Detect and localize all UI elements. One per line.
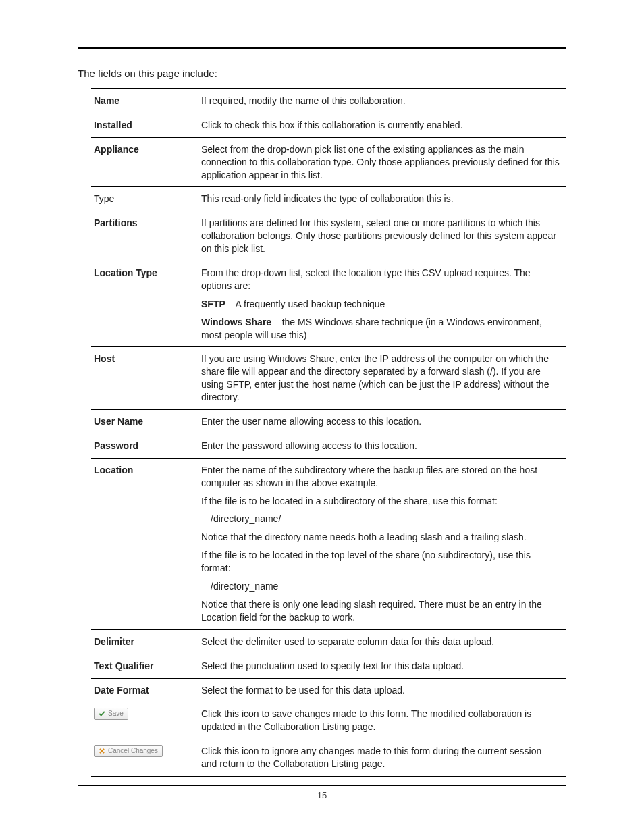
table-row: Password Enter the password allowing acc… (91, 434, 566, 458)
table-row: Date Format Select the format to be used… (91, 678, 566, 702)
table-row: Name If required, modify the name of thi… (91, 89, 566, 113)
field-desc: Select the delimiter used to separate co… (198, 629, 566, 654)
page-number: 15 (78, 790, 566, 800)
field-desc: If you are using Windows Share, enter th… (198, 347, 566, 410)
text: – A frequently used backup technique (225, 298, 385, 309)
table-row: Location Type From the drop-down list, s… (91, 261, 566, 347)
field-label: Installed (91, 113, 198, 137)
field-desc: Click this icon to save changes made to … (198, 702, 566, 739)
text: If the file is to be located in the top … (201, 549, 560, 575)
field-desc: If partitions are defined for this syste… (198, 211, 566, 261)
field-label: Type (91, 187, 198, 211)
field-desc: Enter the password allowing access to th… (198, 434, 566, 458)
fields-table: Name If required, modify the name of thi… (91, 88, 566, 777)
text: From the drop-down list, select the loca… (201, 267, 560, 292)
field-label: Partitions (91, 211, 198, 261)
btn-label: Save (108, 709, 124, 719)
field-desc: Click to check this box if this collabor… (198, 113, 566, 137)
check-icon (99, 710, 105, 717)
table-row: Save Click this icon to save changes mad… (91, 702, 566, 739)
cancel-button-image: Cancel Changes (94, 745, 163, 757)
top-rule (78, 47, 566, 49)
field-desc: Select the punctuation used to specify t… (198, 654, 566, 678)
field-label: Location Type (91, 261, 198, 347)
text: Enter the name of the subdirectory where… (201, 464, 560, 490)
table-row: Location Enter the name of the subdirect… (91, 458, 566, 629)
field-label: Name (91, 89, 198, 113)
table-row: Host If you are using Windows Share, ent… (91, 347, 566, 410)
table-row: Delimiter Select the delimiter used to s… (91, 629, 566, 654)
field-label: Location (91, 458, 198, 629)
footer: 15 (78, 785, 566, 800)
bold: Windows Share (201, 317, 271, 328)
field-label: Appliance (91, 137, 198, 187)
field-desc: Select the format to be used for this da… (198, 678, 566, 702)
text: Notice that there is only one leading sl… (201, 598, 560, 624)
text: Notice that the directory name needs bot… (201, 531, 560, 544)
intro-text: The fields on this page include: (78, 68, 566, 79)
bottom-rule (78, 785, 566, 786)
field-label: Host (91, 347, 198, 410)
text: SFTP – A frequently used backup techniqu… (201, 298, 560, 311)
field-label: Text Qualifier (91, 654, 198, 678)
field-label: Date Format (91, 678, 198, 702)
field-desc: Enter the user name allowing access to t… (198, 410, 566, 434)
table-row: Installed Click to check this box if thi… (91, 113, 566, 137)
field-label: Delimiter (91, 629, 198, 654)
document-page: The fields on this page include: Name If… (0, 0, 644, 834)
x-icon (99, 748, 105, 754)
table-row: Appliance Select from the drop-down pick… (91, 137, 566, 187)
text: Windows Share – the MS Windows share tec… (201, 316, 560, 342)
code-text: /directory_name (201, 580, 560, 593)
field-desc: Select from the drop-down pick list one … (198, 137, 566, 187)
table-row: Partitions If partitions are defined for… (91, 211, 566, 261)
bold: SFTP (201, 298, 225, 309)
table-row: Cancel Changes Click this icon to ignore… (91, 739, 566, 777)
field-label: User Name (91, 410, 198, 434)
btn-label: Cancel Changes (108, 746, 158, 756)
field-label: Cancel Changes (91, 739, 198, 777)
field-desc: Enter the name of the subdirectory where… (198, 458, 566, 629)
table-row: User Name Enter the user name allowing a… (91, 410, 566, 434)
field-label: Password (91, 434, 198, 458)
text: If the file is to be located in a subdir… (201, 495, 560, 508)
field-desc: If required, modify the name of this col… (198, 89, 566, 113)
table-row: Type This read-only field indicates the … (91, 187, 566, 211)
table-row: Text Qualifier Select the punctuation us… (91, 654, 566, 678)
code-text: /directory_name/ (201, 513, 560, 525)
field-desc: Click this icon to ignore any changes ma… (198, 739, 566, 777)
field-desc: This read-only field indicates the type … (198, 187, 566, 211)
field-desc: From the drop-down list, select the loca… (198, 261, 566, 347)
save-button-image: Save (94, 708, 128, 720)
field-label: Save (91, 702, 198, 739)
